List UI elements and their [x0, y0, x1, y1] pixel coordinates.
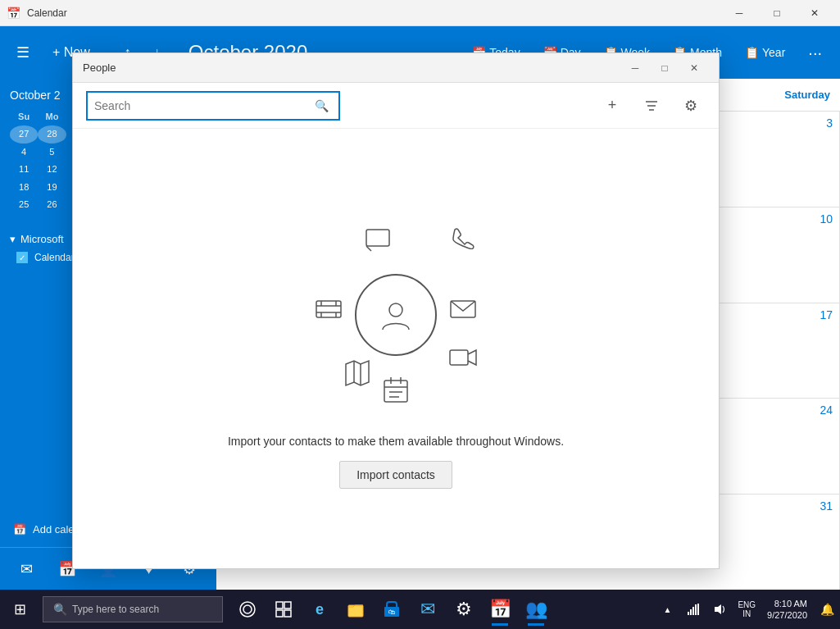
people-taskbar-app[interactable]: 👥	[518, 591, 554, 627]
svg-rect-28	[276, 610, 283, 617]
hamburger-button[interactable]: ☰	[10, 37, 36, 68]
edge-app[interactable]: e	[302, 591, 338, 627]
calendar-taskbar-icon: 📅	[489, 599, 511, 620]
svg-rect-36	[695, 604, 697, 615]
year-label: Year	[762, 46, 785, 59]
task-view-app[interactable]	[266, 591, 302, 627]
svg-point-25	[243, 605, 252, 613]
mini-day-11[interactable]: 11	[10, 161, 38, 178]
explorer-app[interactable]	[338, 591, 374, 627]
notification-icon: 🔔	[820, 603, 834, 616]
mini-day-18[interactable]: 18	[10, 179, 38, 196]
contact-illustration	[289, 208, 502, 422]
svg-rect-27	[284, 602, 291, 608]
maximize-button[interactable]: □	[758, 0, 796, 26]
mini-day-25[interactable]: 25	[10, 196, 38, 213]
search-icon: 🔍	[315, 99, 329, 112]
dialog-maximize-button[interactable]: □	[650, 56, 679, 80]
import-contacts-button[interactable]: Import contacts	[339, 461, 452, 489]
edge-icon: e	[316, 601, 324, 618]
mini-day-4[interactable]: 4	[10, 144, 38, 161]
task-view-icon	[275, 600, 293, 618]
svg-point-24	[240, 602, 255, 617]
search-icon-button[interactable]: 🔍	[311, 96, 332, 116]
dialog-minimize-button[interactable]: ─	[620, 56, 650, 80]
tray-arrow-icon: ▲	[663, 605, 671, 614]
more-button[interactable]: ···	[800, 39, 830, 67]
volume-icon[interactable]	[706, 590, 733, 629]
tray-arrow[interactable]: ▲	[654, 590, 680, 629]
svg-text:🛍: 🛍	[388, 608, 395, 616]
svg-rect-35	[692, 607, 694, 615]
mail-orbit-icon	[448, 294, 478, 324]
svg-rect-3	[366, 230, 389, 246]
filter-icon	[644, 98, 659, 113]
phone-orbit-icon	[448, 225, 478, 254]
mini-day-5[interactable]: 5	[38, 144, 66, 161]
mini-day-26[interactable]: 26	[38, 196, 66, 213]
dialog-controls: ─ □ ✕	[620, 56, 709, 80]
svg-rect-34	[690, 609, 692, 615]
taskbar-search[interactable]: 🔍 Type here to search	[43, 596, 223, 622]
dialog-title: People	[83, 62, 116, 74]
language-indicator[interactable]: ENG IN	[733, 590, 761, 629]
clock-time: 8:10 AM	[774, 599, 807, 608]
video-orbit-icon	[448, 343, 478, 372]
people-dialog: People ─ □ ✕ 🔍 + ⚙	[72, 52, 720, 569]
mini-day-19[interactable]: 19	[38, 179, 66, 196]
svg-marker-38	[715, 604, 721, 614]
store-icon: 🛍	[383, 600, 401, 618]
mail-app-icon: ✉	[420, 599, 435, 620]
clock[interactable]: 8:10 AM 9/27/2020	[761, 590, 814, 629]
dialog-content: Import your contacts to make them availa…	[73, 129, 719, 568]
filter-button[interactable]	[637, 91, 666, 121]
search-box[interactable]: 🔍	[86, 91, 340, 121]
film-orbit-icon	[314, 294, 343, 324]
close-button[interactable]: ✕	[796, 0, 833, 26]
calendar-checkbox[interactable]: ✓	[16, 252, 28, 263]
dialog-close-button[interactable]: ✕	[679, 56, 709, 80]
svg-line-4	[366, 246, 371, 251]
mini-day-28[interactable]: 28	[38, 125, 66, 143]
day-su: Su	[10, 108, 38, 125]
svg-rect-5	[316, 301, 341, 317]
start-button[interactable]: ⊞	[0, 590, 39, 629]
import-description: Import your contacts to make them availa…	[228, 435, 564, 448]
title-bar: 📅 Calendar ─ □ ✕	[0, 0, 840, 26]
day-mo: Mo	[38, 108, 66, 125]
dialog-toolbar: 🔍 + ⚙	[73, 83, 719, 129]
mail-app[interactable]: ✉	[410, 591, 446, 627]
person-circle	[355, 274, 437, 356]
dialog-title-bar: People ─ □ ✕	[73, 53, 719, 83]
search-input[interactable]	[94, 99, 311, 112]
windows-icon: ⊞	[14, 600, 26, 618]
add-contact-button[interactable]: +	[597, 91, 627, 121]
year-icon: 📋	[745, 46, 759, 59]
title-bar-left: 📅 Calendar	[7, 7, 67, 20]
taskbar-search-icon: 🔍	[53, 603, 67, 616]
map-orbit-icon	[343, 359, 372, 389]
explorer-icon	[347, 600, 365, 618]
year-view-button[interactable]: 📋 Year	[737, 41, 793, 64]
volume-svg-icon	[713, 603, 726, 616]
account-name: Microsoft	[20, 233, 64, 245]
svg-rect-17	[384, 381, 407, 402]
mail-nav-icon[interactable]: ✉	[12, 554, 42, 584]
settings-app[interactable]: ⚙	[446, 591, 482, 627]
notification-center[interactable]: 🔔	[814, 590, 840, 629]
lang-top: ENG	[738, 600, 756, 609]
calendar-taskbar-app[interactable]: 📅	[482, 591, 518, 627]
add-calendar-icon: 📅	[13, 523, 26, 536]
network-icon[interactable]	[680, 590, 706, 629]
people-taskbar-icon: 👥	[525, 599, 547, 620]
cortana-app[interactable]	[229, 591, 266, 627]
dialog-settings-button[interactable]: ⚙	[676, 91, 706, 121]
title-bar-controls: ─ □ ✕	[720, 0, 833, 26]
mini-day-12[interactable]: 12	[38, 161, 66, 178]
mini-day-27[interactable]: 27	[10, 125, 38, 143]
account-expand-icon: ▾	[10, 233, 16, 245]
taskbar-search-placeholder: Type here to search	[72, 604, 159, 615]
network-svg-icon	[687, 603, 700, 616]
store-app[interactable]: 🛍	[374, 591, 410, 627]
minimize-button[interactable]: ─	[720, 0, 758, 26]
